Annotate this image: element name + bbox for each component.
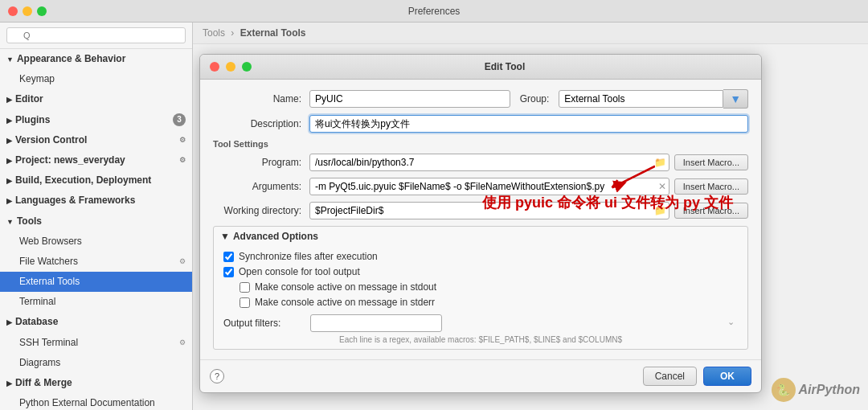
- program-input[interactable]: [309, 154, 669, 171]
- output-filters-label: Output filters:: [223, 318, 304, 329]
- sidebar-item-keymap[interactable]: Keymap: [0, 69, 192, 89]
- expand-arrow-diff-icon: ▶: [6, 378, 12, 389]
- help-button[interactable]: ?: [210, 369, 224, 383]
- sync-files-row: Synchronize files after execution: [223, 251, 738, 262]
- ssh-settings-icon: ⚙: [179, 337, 186, 348]
- dialog-maximize-button[interactable]: [242, 62, 252, 72]
- description-row: Description:: [213, 115, 748, 133]
- program-input-group: 📁 Insert Macro...: [309, 154, 748, 171]
- advanced-collapse-icon: ▼: [220, 231, 230, 242]
- output-filters-expand-icon: ⌄: [727, 317, 735, 327]
- working-dir-insert-macro-button[interactable]: Insert Macro...: [674, 203, 748, 219]
- sidebar-item-languages[interactable]: ▶Languages & Frameworks: [0, 191, 192, 211]
- cancel-button[interactable]: Cancel: [643, 367, 697, 386]
- name-label: Name:: [213, 93, 309, 105]
- advanced-options-label: Advanced Options: [233, 231, 318, 242]
- dialog-close-button[interactable]: [210, 62, 219, 72]
- sidebar-item-terminal[interactable]: Terminal: [0, 292, 192, 312]
- open-console-checkbox[interactable]: [223, 267, 234, 277]
- console-stderr-row: Make console active on message in stderr: [223, 297, 738, 308]
- working-dir-input-group: 📁 Insert Macro...: [309, 202, 748, 219]
- working-dir-browse-icon[interactable]: 📁: [654, 205, 666, 216]
- sidebar-item-tools[interactable]: ▼Tools: [0, 211, 192, 232]
- watermark-text: AirPython: [799, 383, 860, 397]
- console-stdout-checkbox[interactable]: [240, 282, 250, 293]
- program-row: Program: 📁 Insert Macro...: [213, 154, 748, 171]
- sidebar-item-ssh-terminal[interactable]: SSH Terminal ⚙: [0, 333, 192, 353]
- sidebar-item-file-watchers[interactable]: File Watchers ⚙: [0, 252, 192, 272]
- output-filters-wrap: ⌄: [310, 314, 738, 332]
- maximize-button[interactable]: [37, 6, 47, 16]
- console-stderr-label: Make console active on message in stderr: [255, 297, 435, 308]
- program-label: Program:: [213, 157, 309, 168]
- output-filters-row: Output filters: ⌄: [223, 314, 738, 332]
- sidebar-item-plugins[interactable]: ▶Plugins 3: [0, 110, 192, 130]
- working-dir-input[interactable]: [309, 202, 669, 219]
- close-button[interactable]: [8, 6, 18, 16]
- name-group-row: Name: Group: ▼: [213, 89, 748, 109]
- console-stdout-label: Make console active on message in stdout: [255, 281, 436, 293]
- search-input[interactable]: [6, 27, 186, 43]
- expand-arrow-lang-icon: ▶: [6, 195, 12, 207]
- watermark-logo: 🐍: [772, 378, 796, 402]
- arguments-row: Arguments: ✕ Insert Macro...: [213, 178, 748, 195]
- expand-arrow-icon: ▼: [6, 54, 14, 65]
- program-insert-macro-button[interactable]: Insert Macro...: [674, 154, 748, 170]
- working-dir-label: Working directory:: [213, 205, 309, 216]
- sidebar-item-build[interactable]: ▶Build, Execution, Deployment: [0, 170, 192, 191]
- file-watchers-icon: ⚙: [179, 256, 186, 267]
- sidebar-item-database[interactable]: ▶Database: [0, 312, 192, 332]
- macros-hint: Each line is a regex, available macros: …: [223, 335, 738, 344]
- sync-files-checkbox[interactable]: [223, 252, 234, 262]
- group-input[interactable]: [559, 90, 723, 108]
- dialog-minimize-button[interactable]: [226, 62, 235, 72]
- output-filters-input[interactable]: [310, 314, 442, 332]
- arguments-input[interactable]: [309, 178, 669, 195]
- advanced-options-section: ▼ Advanced Options Synchronize files aft…: [213, 226, 748, 350]
- expand-arrow-editor-icon: ▶: [6, 94, 12, 105]
- window-controls[interactable]: [8, 6, 47, 16]
- sidebar-item-editor[interactable]: ▶Editor: [0, 89, 192, 109]
- title-bar: Preferences: [0, 0, 868, 23]
- name-input[interactable]: [309, 90, 510, 108]
- arguments-clear-icon[interactable]: ✕: [658, 181, 666, 192]
- dialog-title: Edit Tool: [258, 61, 751, 72]
- description-input[interactable]: [309, 115, 748, 133]
- arguments-insert-macro-button[interactable]: Insert Macro...: [674, 178, 748, 195]
- advanced-options-header[interactable]: ▼ Advanced Options: [214, 227, 747, 246]
- sidebar-item-python-ext-doc[interactable]: Python External Documentation: [0, 393, 192, 410]
- open-console-label: Open console for tool output: [239, 266, 360, 277]
- sidebar-item-external-tools[interactable]: External Tools: [0, 272, 192, 292]
- expand-arrow-db-icon: ▶: [6, 317, 12, 328]
- group-dropdown-button[interactable]: ▼: [723, 89, 748, 109]
- dialog-body: Name: Group: ▼ Description:: [200, 80, 761, 359]
- sidebar-search-area[interactable]: [0, 23, 192, 49]
- sync-files-label: Synchronize files after execution: [239, 251, 378, 262]
- open-console-row: Open console for tool output: [223, 266, 738, 277]
- arguments-label: Arguments:: [213, 181, 309, 192]
- minimize-button[interactable]: [23, 6, 32, 16]
- arguments-input-group: ✕ Insert Macro...: [309, 178, 748, 195]
- console-stdout-row: Make console active on message in stdout: [223, 281, 738, 293]
- console-stderr-checkbox[interactable]: [240, 297, 250, 308]
- project-settings-icon: ⚙: [179, 154, 186, 166]
- dialog-titlebar: Edit Tool: [200, 55, 761, 80]
- sidebar-item-diagrams[interactable]: Diagrams: [0, 353, 192, 373]
- sidebar-item-web-browsers[interactable]: Web Browsers: [0, 232, 192, 252]
- expand-arrow-project-icon: ▶: [6, 155, 12, 166]
- sidebar-item-project[interactable]: ▶Project: news_everyday ⚙: [0, 150, 192, 170]
- expand-arrow-build-icon: ▶: [6, 175, 12, 187]
- program-browse-icon[interactable]: 📁: [654, 157, 666, 168]
- working-dir-row: Working directory: 📁 Insert Macro...: [213, 202, 748, 219]
- sidebar-item-version-control[interactable]: ▶Version Control ⚙: [0, 130, 192, 150]
- dialog-footer: ? Cancel OK: [200, 359, 761, 392]
- arguments-field-wrap: ✕: [309, 178, 669, 195]
- program-field-wrap: 📁: [309, 154, 669, 171]
- dialog-area: Edit Tool Name: Group: ▼: [193, 44, 868, 410]
- window-title: Preferences: [408, 6, 461, 17]
- sidebar-item-appearance[interactable]: ▼Appearance & Behavior: [0, 49, 192, 69]
- sidebar-item-diff-merge[interactable]: ▶Diff & Merge: [0, 373, 192, 393]
- ok-button[interactable]: OK: [703, 367, 751, 386]
- plugins-badge: 3: [173, 113, 186, 126]
- watermark: 🐍 AirPython: [772, 378, 860, 402]
